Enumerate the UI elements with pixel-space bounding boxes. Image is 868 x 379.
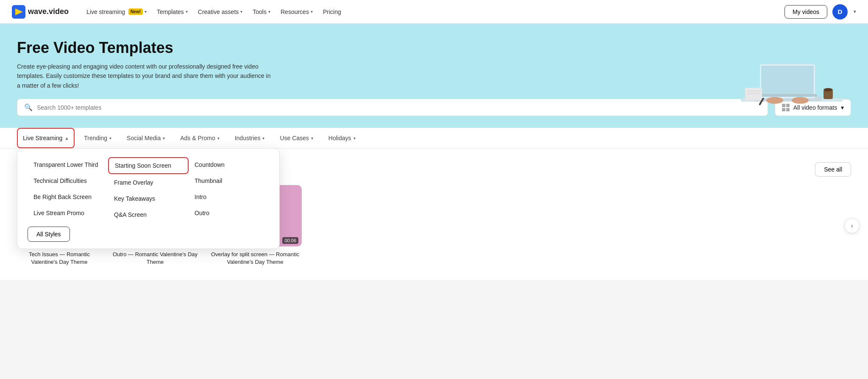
search-icon: 🔍 [24,103,33,111]
tab-holidays-chevron: ▾ [353,136,356,141]
dropdown-all-styles-container: All Styles [28,227,108,242]
svg-point-8 [792,97,809,104]
svg-rect-5 [761,66,814,97]
tab-social-media-label: Social Media [127,135,161,141]
tab-industries[interactable]: Industries ▾ [229,128,271,148]
nav-right: My videos D ▾ [785,4,856,19]
dropdown-transparent-lower-third[interactable]: Transparent Lower Third [28,157,108,172]
dropdown-intro[interactable]: Intro [189,189,269,205]
hero-section: Free Video Templates Create eye-pleasing… [0,24,868,128]
tab-ads-promo[interactable]: Ads & Promo ▾ [174,128,225,148]
laptop-svg [732,47,851,128]
tab-live-streaming[interactable]: Live Streaming ▲ [17,128,75,148]
hero-content: Free Video Templates Create eye-pleasing… [17,39,314,90]
nav-live-streaming-label: Live streaming [86,8,125,15]
nav-creative-assets-label: Creative assets [198,8,239,15]
tab-holidays[interactable]: Holidays ▾ [323,128,362,148]
nav-resources-label: Resources [281,8,309,15]
search-box[interactable]: 🔍 [17,99,768,116]
tab-use-cases[interactable]: Use Cases ▾ [274,128,319,148]
nav-live-streaming[interactable]: Live streaming New! ▾ [82,6,151,18]
card-duration-3: 00:06 [282,237,298,244]
see-all-button[interactable]: See all [815,162,851,177]
avatar-chevron[interactable]: ▾ [854,9,856,14]
dropdown-outro[interactable]: Outro [189,205,269,221]
nav-tools-chevron: ▾ [268,9,270,14]
tab-industries-label: Industries [235,135,261,141]
dropdown-starting-soon[interactable]: Starting Soon Screen [108,157,189,174]
card-label-2: Outro — Romantic Valentine's Day Theme [108,251,202,266]
svg-point-10 [823,88,833,91]
nav-templates[interactable]: Templates ▾ [153,6,192,18]
logo[interactable]: wave.video [12,5,69,19]
nav-pricing-label: Pricing [323,8,341,15]
nav-tools[interactable]: Tools ▾ [248,6,275,18]
svg-point-7 [766,97,783,104]
dropdown-countdown[interactable]: Countdown [189,157,269,172]
hero-image [732,47,851,128]
tab-trending-label: Trending [84,135,107,141]
logo-text: wave.video [28,7,69,16]
tab-trending[interactable]: Trending ▾ [78,128,117,148]
nav-tools-label: Tools [253,8,267,15]
dropdown-qa-screen[interactable]: Q&A Screen [108,207,189,222]
tab-social-media-chevron: ▾ [163,136,165,141]
dropdown-key-takeaways[interactable]: Key Takeaways [108,191,189,206]
dropdown-col-2: Starting Soon Screen Frame Overlay Key T… [108,157,189,242]
dropdown-col-3: Countdown Thumbnail Intro Outro [189,157,269,242]
nav-resources[interactable]: Resources ▾ [276,6,317,18]
tab-use-cases-chevron: ▾ [311,136,313,141]
hero-description: Create eye-pleasing and engaging video c… [17,62,271,90]
hero-title: Free Video Templates [17,39,314,57]
search-input[interactable] [37,104,761,111]
tab-social-media[interactable]: Social Media ▾ [121,128,171,148]
avatar[interactable]: D [832,4,848,19]
nav-creative-assets[interactable]: Creative assets ▾ [194,6,247,18]
nav-templates-chevron: ▾ [186,9,188,14]
logo-icon [12,5,25,19]
tab-live-streaming-chevron: ▲ [64,136,69,141]
tab-ads-promo-chevron: ▾ [217,136,220,141]
navbar: wave.video Live streaming New! ▾ Templat… [0,0,868,24]
nav-pricing[interactable]: Pricing [319,6,345,18]
category-tabs: Live Streaming ▲ Trending ▾ Social Media… [0,128,868,149]
nav-creative-assets-chevron: ▾ [240,9,242,14]
dropdown-thumbnail[interactable]: Thumbnail [189,173,269,188]
nav-links: Live streaming New! ▾ Templates ▾ Creati… [82,6,785,18]
dropdown-col-1: Transparent Lower Third Technical Diffic… [28,157,108,242]
tab-live-streaming-label: Live Streaming [23,135,62,141]
nav-templates-label: Templates [157,8,184,15]
new-badge: New! [128,8,143,15]
dropdown-technical-difficulties[interactable]: Technical Difficulties [28,173,108,188]
dropdown-menu: Transparent Lower Third Technical Diffic… [17,148,280,249]
tab-use-cases-label: Use Cases [280,135,309,141]
tab-trending-chevron: ▾ [109,136,111,141]
my-videos-button[interactable]: My videos [785,5,827,19]
next-arrow[interactable]: › [844,218,860,233]
dropdown-frame-overlay[interactable]: Frame Overlay [108,175,189,190]
svg-rect-11 [745,88,762,100]
nav-resources-chevron: ▾ [311,9,313,14]
tab-ads-promo-label: Ads & Promo [180,135,215,141]
dropdown-be-right-back[interactable]: Be Right Back Screen [28,189,108,205]
svg-rect-6 [758,94,817,97]
nav-live-streaming-chevron: ▾ [145,9,147,14]
card-label-3: Overlay for split screen — Romantic Vale… [209,251,302,266]
tab-industries-chevron: ▾ [262,136,264,141]
card-label-1: Tech Issues — Romantic Valentine's Day T… [17,251,102,266]
all-styles-button[interactable]: All Styles [28,227,70,242]
dropdown-live-stream-promo[interactable]: Live Stream Promo [28,205,108,221]
tab-holidays-label: Holidays [328,135,351,141]
